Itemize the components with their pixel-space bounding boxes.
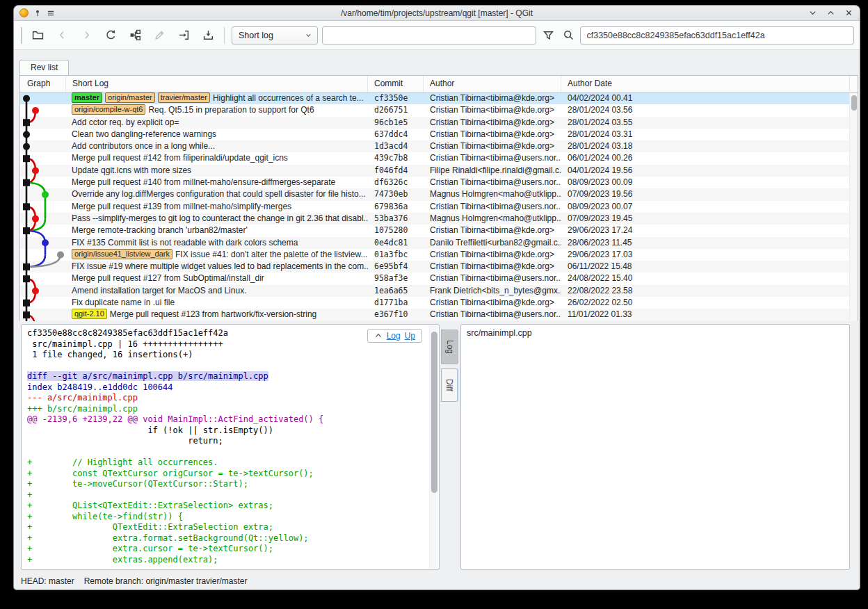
up-link[interactable]: Up [405, 331, 415, 341]
table-row[interactable]: Add cctor req. by explicit op=96cb1e5Cri… [20, 117, 858, 129]
author-cell: Cristian Tibirna<tibirna@users.nor... [424, 273, 561, 284]
find-button[interactable] [561, 26, 577, 44]
author-date-cell: 28/06/2023 11.45 [561, 237, 858, 249]
save-archive-button[interactable] [199, 26, 217, 44]
side-tab-log[interactable]: Log [441, 330, 458, 364]
column-header-commit[interactable]: Commit [368, 76, 424, 92]
table-row[interactable]: origin/compile-w-qt6Req. Qt5.15 in prepa… [20, 104, 858, 116]
rev-list-scrollbar-thumb[interactable] [851, 95, 857, 111]
author-cell: Cristian Tibirna<tibirna@users.nor... [424, 309, 561, 320]
table-row[interactable]: Merge pull request #139 from millnet-mah… [20, 201, 858, 213]
commit-subject: Merge remote-tracking branch 'urban82/ma… [72, 225, 248, 235]
search-input[interactable] [322, 26, 537, 44]
author-date-cell: 28/01/2024 03.56 [561, 104, 858, 116]
table-row[interactable]: Merge pull request #140 from millnet-mah… [20, 177, 858, 188]
commit-subject: Add contributors once in a long while... [72, 141, 215, 151]
table-row[interactable]: origin/issue41_listview_darkFIX issue #4… [20, 249, 858, 261]
author-date-cell: 04/02/2024 00.41 [561, 92, 858, 104]
graph-cell [20, 273, 66, 284]
author-cell: Cristian Tibirna<tibirna@kde.org> [424, 261, 561, 273]
commit-log-panel: cf3350e88cc8c8249385efac63ddf15ac1eff42a… [21, 324, 440, 570]
magnifier-icon [563, 29, 574, 41]
table-row[interactable]: Fix duplicate name in .ui filed1771baCri… [20, 297, 858, 309]
table-row[interactable]: Update qgit.icns with more sizesf046fd4F… [20, 165, 858, 177]
table-row[interactable]: Pass --simplify-merges to git log to cou… [20, 213, 858, 225]
author-date-cell: 08/09/2023 00.09 [561, 177, 858, 188]
files-panel: src/mainimpl.cpp [460, 324, 850, 570]
commit-hash-cell: 679836a [368, 201, 424, 213]
filter-button[interactable] [540, 26, 556, 44]
toolbar: Short log [14, 21, 860, 50]
rev-list-scrollbar[interactable] [849, 93, 858, 320]
table-row[interactable]: Add contributors once in a long while...… [20, 140, 858, 152]
graph-cell [20, 92, 66, 104]
chevron-left-icon [56, 29, 68, 41]
commit-hash-cell: f046fd4 [368, 165, 424, 177]
sha-input[interactable] [580, 26, 854, 44]
table-row[interactable]: qgit-2.10Merge pull request #123 from ha… [20, 309, 858, 320]
chevron-left-button[interactable] [53, 26, 71, 44]
graph-cell [20, 225, 66, 236]
graph-cell [20, 152, 66, 164]
minimize-icon[interactable] [809, 9, 817, 17]
side-tab-strip: LogDiff [441, 330, 458, 402]
commit-hash-cell: 1075280 [368, 225, 424, 236]
graph-cell [20, 177, 66, 188]
table-row[interactable]: Merge remote-tracking branch 'urban82/ma… [20, 225, 858, 236]
table-row[interactable]: Merge pull request #142 from filiperinal… [20, 152, 858, 164]
commit-subject: Merge pull request #127 from SubOptimal/… [72, 273, 264, 283]
commit-subject: Fix duplicate name in .ui file [72, 298, 175, 307]
commit-hash-cell: 53ba376 [368, 213, 424, 225]
diff-line: @@ -2139,6 +2139,22 @@ void MainImpl::Ac… [27, 414, 428, 425]
table-row[interactable]: Clean two dangling-reference warnings637… [20, 129, 858, 140]
column-header-short-log[interactable]: Short Log [66, 76, 368, 92]
chevron-up-icon[interactable] [374, 332, 383, 340]
branch-view-button[interactable] [126, 26, 144, 44]
log-link[interactable]: Log [387, 331, 401, 341]
edit-button[interactable] [150, 26, 168, 44]
diff-line: if (!ok || str.isEmpty()) [27, 425, 428, 437]
close-icon[interactable] [845, 9, 853, 17]
author-date-cell: 04/01/2024 19.56 [561, 165, 858, 177]
table-row[interactable]: Override any log.diffMerges configuratio… [20, 188, 858, 200]
column-header-graph[interactable]: Graph [20, 76, 66, 92]
column-header-author[interactable]: Author [424, 76, 561, 92]
tab-rev-list[interactable]: Rev list [19, 60, 69, 75]
log-panel-scrollbar[interactable] [429, 325, 438, 569]
file-list-item[interactable]: src/mainimpl.cpp [467, 328, 844, 338]
tag-badge: qgit-2.10 [72, 309, 107, 319]
log-panel-scrollbar-thumb[interactable] [431, 332, 437, 493]
table-row[interactable]: masterorigin/mastertravier/masterHighlig… [20, 92, 858, 104]
commit-hash-cell: df6326c [368, 177, 424, 188]
toolbar-drag-handle[interactable] [21, 27, 22, 44]
window-controls [809, 9, 853, 17]
maximize-icon[interactable] [827, 9, 835, 17]
short-log-cell: Update qgit.icns with more sizes [66, 165, 368, 177]
titlebar[interactable]: /var/home/tim/projects/upstream/qgit [ma… [14, 6, 860, 21]
table-row[interactable]: FIX issue #19 where multiple widget valu… [20, 261, 858, 273]
author-date-cell: 29/06/2023 17.03 [561, 249, 858, 261]
table-row[interactable]: Amend installation target for MacOS and … [20, 285, 858, 297]
diff-line: + QTextEdit::ExtraSelection extra; [27, 522, 428, 533]
column-header-author-date[interactable]: Author Date [561, 76, 850, 92]
author-cell: Cristian Tibirna<tibirna@users.nor... [424, 201, 561, 213]
commit-subject: Highlight all occurrences of a search te… [213, 93, 364, 103]
table-row[interactable]: FIX #135 Commit list is not readable wit… [20, 237, 858, 249]
log-view-select[interactable]: Short log [232, 26, 318, 44]
side-tab-diff[interactable]: Diff [441, 368, 458, 402]
folder-open-button[interactable] [29, 26, 47, 44]
diff-line: + // Highlight all occurrences. [27, 457, 428, 469]
graph-cell [20, 249, 66, 261]
commit-hash-cell: 958af3e [368, 273, 424, 284]
graph-cell [20, 261, 66, 273]
apply-patch-button[interactable] [175, 26, 193, 44]
table-row[interactable]: Merge pull request #127 from SubOptimal/… [20, 273, 858, 284]
graph-cell [20, 188, 66, 200]
commit-hash-cell: 1d3acd4 [368, 140, 424, 152]
short-log-cell: FIX #135 Commit list is not readable wit… [66, 237, 368, 249]
chevron-right-button[interactable] [77, 26, 95, 44]
refresh-button[interactable] [102, 26, 120, 44]
graph-cell [20, 140, 66, 152]
author-date-cell: 07/09/2023 19.56 [561, 188, 858, 200]
graph-cell [20, 237, 66, 249]
